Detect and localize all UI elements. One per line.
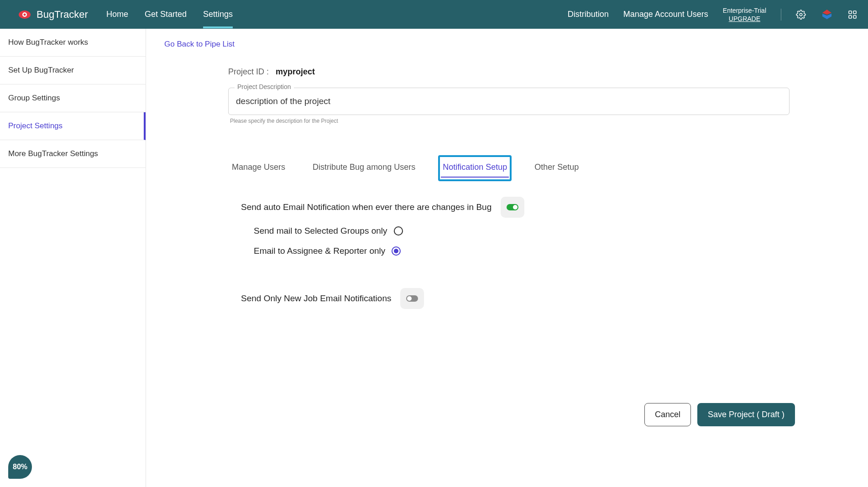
top-nav: Home Get Started Settings — [106, 1, 233, 27]
new-job-toggle[interactable] — [400, 288, 424, 309]
settings-sidebar: How BugTracker works Set Up BugTracker G… — [0, 29, 146, 487]
project-description-field: Project Description Please specify the d… — [228, 88, 790, 124]
svg-rect-6 — [849, 16, 852, 18]
plan-upgrade-link[interactable]: UPGRADE — [729, 15, 760, 22]
progress-chip[interactable]: 80% — [8, 455, 32, 479]
radio-selected-groups-label: Send mail to Selected Groups only — [254, 226, 387, 236]
nav-settings[interactable]: Settings — [203, 1, 233, 27]
sidebar-item-project-settings[interactable]: Project Settings — [0, 112, 146, 140]
notification-settings: Send auto Email Notification when ever t… — [241, 197, 790, 309]
svg-rect-7 — [853, 16, 856, 18]
plan-name: Enterprise-Trial — [723, 7, 766, 14]
divider — [781, 9, 781, 21]
tab-other-setup[interactable]: Other Setup — [531, 156, 582, 180]
project-tabs: Manage Users Distribute Bug among Users … — [228, 156, 790, 180]
cancel-button[interactable]: Cancel — [644, 403, 691, 426]
tab-distribute-bug[interactable]: Distribute Bug among Users — [309, 156, 419, 180]
svg-point-3 — [800, 13, 802, 16]
main-content: Go Back to Pipe List Project ID : myproj… — [146, 29, 868, 487]
auto-email-toggle[interactable] — [501, 197, 524, 218]
project-id-row: Project ID : myproject — [228, 67, 850, 77]
radio-assignee-reporter-row: Email to Assignee & Reporter only — [254, 246, 790, 256]
header-right: Distribution Manage Account Users Enterp… — [568, 7, 857, 22]
auto-email-row: Send auto Email Notification when ever t… — [241, 197, 790, 218]
radio-selected-groups-row: Send mail to Selected Groups only — [254, 226, 790, 236]
sidebar-item-setup[interactable]: Set Up BugTracker — [0, 57, 146, 84]
project-id-label: Project ID : — [228, 67, 269, 76]
svg-rect-4 — [849, 11, 852, 14]
gear-icon[interactable] — [796, 10, 806, 20]
new-job-label: Send Only New Job Email Notifications — [241, 293, 391, 304]
sidebar-item-more-settings[interactable]: More BugTracker Settings — [0, 140, 146, 168]
save-project-button[interactable]: Save Project ( Draft ) — [697, 403, 795, 426]
project-tabs-area: Manage Users Distribute Bug among Users … — [228, 156, 790, 309]
brand-name: BugTracker — [37, 9, 88, 21]
auto-email-label: Send auto Email Notification when ever t… — [241, 202, 492, 212]
back-to-pipe-list-link[interactable]: Go Back to Pipe List — [164, 40, 235, 49]
top-header: BugTracker Home Get Started Settings Dis… — [0, 0, 868, 29]
radio-selected-groups[interactable] — [394, 226, 403, 236]
project-id-value: myproject — [276, 67, 315, 76]
new-job-row: Send Only New Job Email Notifications — [241, 288, 790, 309]
project-description-hint: Please specify the description for the P… — [230, 118, 790, 124]
plan-info: Enterprise-Trial UPGRADE — [723, 7, 766, 22]
project-description-label: Project Description — [235, 83, 294, 90]
project-description-input[interactable] — [228, 88, 790, 115]
svg-point-2 — [24, 13, 26, 16]
apps-grid-icon[interactable] — [848, 10, 857, 19]
sidebar-item-how-works[interactable]: How BugTracker works — [0, 29, 146, 57]
radio-assignee-reporter[interactable] — [392, 246, 401, 256]
nav-home[interactable]: Home — [106, 1, 128, 27]
radio-assignee-reporter-label: Email to Assignee & Reporter only — [254, 246, 385, 256]
tab-notification-setup[interactable]: Notification Setup — [439, 156, 511, 180]
tab-manage-users[interactable]: Manage Users — [228, 156, 289, 180]
toggle-on-icon — [507, 204, 518, 210]
form-footer: Cancel Save Project ( Draft ) — [644, 403, 795, 426]
toggle-off-icon — [406, 295, 418, 302]
brand-logo-icon — [18, 10, 31, 19]
brand: BugTracker — [18, 9, 88, 21]
app-logo-icon[interactable] — [821, 8, 833, 21]
link-distribution[interactable]: Distribution — [568, 10, 609, 19]
link-manage-account-users[interactable]: Manage Account Users — [623, 10, 708, 19]
sidebar-item-group-settings[interactable]: Group Settings — [0, 84, 146, 112]
nav-get-started[interactable]: Get Started — [145, 1, 187, 27]
svg-rect-5 — [853, 11, 856, 14]
